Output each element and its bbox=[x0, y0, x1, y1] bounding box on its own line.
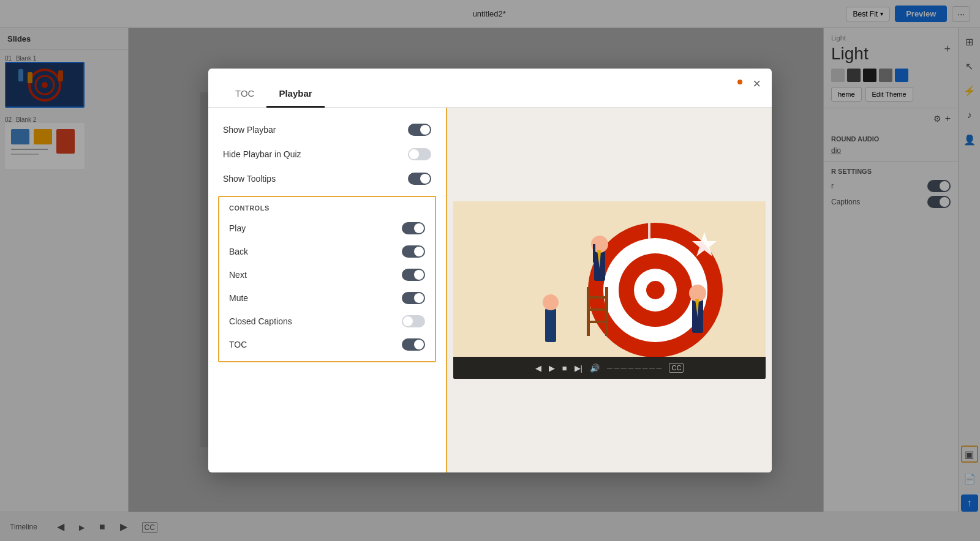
preview-playbar: ◀ ▶ ■ ▶| 🔊 — — — — — — — — CC bbox=[453, 357, 766, 379]
mute-toggle[interactable] bbox=[402, 292, 425, 304]
back-row: Back bbox=[219, 240, 435, 263]
unsaved-dot bbox=[737, 80, 742, 84]
mute-label: Mute bbox=[229, 293, 248, 303]
show-tooltips-label: Show Tooltips bbox=[223, 174, 276, 184]
back-label: Back bbox=[229, 247, 248, 256]
show-tooltips-toggle[interactable] bbox=[408, 173, 431, 185]
show-tooltips-row: Show Tooltips bbox=[208, 166, 446, 191]
svg-rect-38 bbox=[545, 308, 556, 342]
svg-point-26 bbox=[646, 281, 665, 299]
settings-list: Show Playbar Hide Playbar in Quiz bbox=[208, 108, 447, 472]
svg-point-37 bbox=[689, 285, 706, 302]
hide-playbar-quiz-row: Hide Playbar in Quiz bbox=[208, 142, 446, 166]
pb-stop-icon[interactable]: ■ bbox=[562, 364, 567, 373]
pb-next-icon[interactable]: ▶| bbox=[575, 364, 582, 373]
mute-row: Mute bbox=[219, 286, 435, 310]
play-row: Play bbox=[219, 217, 435, 240]
svg-point-39 bbox=[543, 294, 559, 310]
hide-playbar-quiz-label: Hide Playbar in Quiz bbox=[223, 149, 301, 159]
dialog-preview: ◀ ▶ ■ ▶| 🔊 — — — — — — — — CC bbox=[447, 108, 772, 472]
preview-image: ◀ ▶ ■ ▶| 🔊 — — — — — — — — CC bbox=[453, 201, 766, 379]
back-toggle[interactable] bbox=[402, 245, 425, 258]
svg-rect-30 bbox=[593, 244, 595, 263]
svg-rect-34 bbox=[587, 308, 608, 311]
dialog-header: TOC Playbar × bbox=[208, 69, 772, 108]
show-playbar-toggle[interactable] bbox=[408, 124, 431, 136]
pb-back-icon[interactable]: ◀ bbox=[535, 364, 541, 373]
controls-section: CONTROLS Play Back bbox=[218, 196, 436, 362]
svg-rect-32 bbox=[605, 287, 608, 336]
toc-label: TOC bbox=[229, 340, 247, 349]
closed-captions-row: Closed Captions bbox=[219, 310, 435, 333]
tab-playbar[interactable]: Playbar bbox=[266, 81, 324, 108]
closed-captions-toggle[interactable] bbox=[402, 315, 425, 327]
close-icon: × bbox=[753, 76, 761, 91]
toc-row: TOC bbox=[219, 333, 435, 356]
next-row: Next bbox=[219, 263, 435, 286]
svg-rect-33 bbox=[587, 296, 608, 299]
next-label: Next bbox=[229, 270, 247, 280]
pb-play-icon[interactable]: ▶ bbox=[549, 364, 555, 373]
toc-toggle[interactable] bbox=[402, 338, 425, 351]
playbar-dialog: TOC Playbar × Show Playbar bbox=[208, 69, 772, 472]
show-playbar-label: Show Playbar bbox=[223, 125, 276, 135]
show-playbar-row: Show Playbar bbox=[208, 118, 446, 142]
tab-toc[interactable]: TOC bbox=[223, 81, 266, 108]
pb-cc-icon[interactable]: CC bbox=[669, 363, 684, 373]
pb-vol-icon[interactable]: 🔊 bbox=[590, 364, 600, 373]
svg-rect-35 bbox=[587, 321, 608, 323]
svg-rect-27 bbox=[648, 223, 650, 241]
dialog-body: Show Playbar Hide Playbar in Quiz bbox=[208, 108, 772, 472]
hide-playbar-quiz-toggle[interactable] bbox=[408, 148, 431, 160]
dialog-overlay: TOC Playbar × Show Playbar bbox=[0, 0, 980, 541]
dialog-close-button[interactable]: × bbox=[753, 77, 761, 91]
closed-captions-label: Closed Captions bbox=[229, 316, 292, 326]
play-toggle[interactable] bbox=[402, 222, 425, 234]
svg-rect-31 bbox=[587, 287, 590, 336]
next-toggle[interactable] bbox=[402, 269, 425, 281]
app-container: untitled2* Best Fit ▾ Preview ··· Slides… bbox=[0, 0, 980, 541]
play-label: Play bbox=[229, 223, 246, 233]
controls-header: CONTROLS bbox=[219, 202, 435, 217]
